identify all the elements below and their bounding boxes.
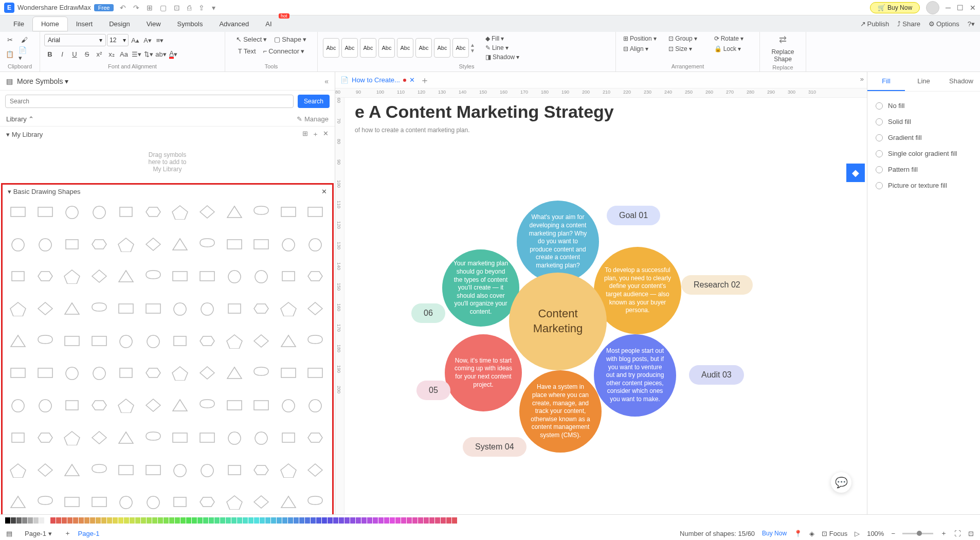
shape-item[interactable] (34, 461, 57, 479)
fill-button[interactable]: ◆ Fill▾ (482, 34, 522, 43)
color-swatch[interactable] (446, 517, 451, 524)
shape-item[interactable] (61, 461, 83, 479)
open-icon[interactable]: ▢ (160, 4, 167, 12)
more-symbols-header[interactable]: ▤More Symbols▾« (0, 72, 335, 91)
shape-item[interactable] (61, 267, 83, 285)
fullscreen-icon[interactable]: ⊡ (968, 530, 974, 537)
style-2[interactable]: Abc (341, 38, 358, 58)
help-chat-icon[interactable]: 💬 (831, 472, 851, 493)
color-swatch[interactable] (282, 517, 287, 524)
shape-item[interactable] (223, 396, 246, 415)
new-icon[interactable]: ⊞ (147, 4, 153, 12)
shape-item[interactable] (34, 332, 57, 350)
color-swatch[interactable] (214, 517, 220, 524)
shape-item[interactable] (61, 299, 83, 318)
shape-item[interactable] (196, 203, 219, 221)
shape-item[interactable] (277, 396, 300, 415)
shape-item[interactable] (115, 493, 137, 511)
style-8[interactable]: Abc (452, 38, 469, 58)
color-swatch[interactable] (158, 517, 163, 524)
cut-icon[interactable]: ✂ (4, 34, 15, 45)
rtab-line[interactable]: Line (905, 72, 942, 91)
shape-item[interactable] (7, 332, 29, 350)
shape-item[interactable] (196, 299, 219, 318)
shape-item[interactable] (169, 203, 191, 221)
shape-item[interactable] (277, 428, 300, 447)
shape-item[interactable] (169, 396, 191, 415)
shape-item[interactable] (34, 203, 57, 221)
color-swatch[interactable] (84, 517, 89, 524)
color-swatch[interactable] (277, 517, 282, 524)
shadow-button[interactable]: ◨ Shadow▾ (482, 52, 522, 62)
tag-goal[interactable]: Goal 01 (607, 206, 660, 225)
shape-item[interactable] (169, 428, 191, 447)
shape-item[interactable] (304, 235, 326, 254)
shape-tool[interactable]: ▢ Shape▾ (271, 34, 310, 45)
shape-item[interactable] (115, 235, 137, 254)
shape-item[interactable] (223, 364, 246, 382)
buy-now-button[interactable]: 🛒Buy Now (870, 2, 920, 13)
add-tab-icon[interactable]: ＋ (420, 74, 429, 86)
color-swatch[interactable] (11, 517, 16, 524)
buy-now-footer[interactable]: Buy Now (762, 530, 787, 537)
shape-item[interactable] (223, 461, 246, 479)
menu-symbols[interactable]: Symbols (169, 17, 211, 31)
shape-item[interactable] (169, 235, 191, 254)
color-swatch[interactable] (186, 517, 191, 524)
italic-icon[interactable]: I (57, 48, 68, 60)
shape-item[interactable] (169, 493, 191, 511)
shape-item[interactable] (277, 461, 300, 479)
style-6[interactable]: Abc (415, 38, 432, 58)
shape-item[interactable] (196, 267, 219, 285)
color-swatch[interactable] (294, 517, 299, 524)
color-swatch[interactable] (5, 517, 10, 524)
share-button[interactable]: ⤴ Share (897, 20, 920, 28)
bubble-goal[interactable]: What's your aim for developing a content… (517, 201, 599, 283)
shape-item[interactable] (196, 396, 219, 415)
shape-item[interactable] (169, 364, 191, 382)
color-swatch[interactable] (401, 517, 406, 524)
add-page-icon[interactable]: ＋ (64, 529, 71, 538)
zoom-in-icon[interactable]: ＋ (940, 529, 947, 538)
shape-item[interactable] (196, 235, 219, 254)
increase-font-icon[interactable]: A▴ (130, 34, 141, 46)
color-swatch[interactable] (22, 517, 27, 524)
shape-item[interactable] (142, 493, 165, 511)
shape-item[interactable] (34, 364, 57, 382)
underline-icon[interactable]: U (69, 48, 80, 60)
shape-item[interactable] (7, 203, 29, 221)
manage-button[interactable]: ✎ Manage (297, 115, 329, 123)
color-swatch[interactable] (118, 517, 123, 524)
color-swatch[interactable] (90, 517, 95, 524)
shape-item[interactable] (61, 332, 83, 350)
bubble-ideas[interactable]: Now, it's time to start coming up with i… (445, 334, 522, 411)
color-swatch[interactable] (260, 517, 265, 524)
tag-06[interactable]: 06 (411, 303, 445, 323)
shape-item[interactable] (61, 396, 83, 415)
shape-item[interactable] (142, 332, 165, 350)
export-icon[interactable]: ⇪ (198, 4, 205, 12)
shape-item[interactable] (34, 493, 57, 511)
size-button[interactable]: ⊡ Size▾ (665, 44, 710, 53)
publish-button[interactable]: ↗ Publish (860, 20, 890, 28)
shape-item[interactable] (223, 332, 246, 350)
style-4[interactable]: Abc (378, 38, 395, 58)
color-swatch[interactable] (356, 517, 361, 524)
color-swatch[interactable] (96, 517, 101, 524)
color-swatch[interactable] (169, 517, 174, 524)
shape-item[interactable] (304, 299, 326, 318)
superscript-icon[interactable]: x² (94, 48, 105, 60)
shape-item[interactable] (196, 364, 219, 382)
shape-item[interactable] (196, 332, 219, 350)
connector-tool[interactable]: ⌐ Connector▾ (260, 46, 308, 57)
list-icon[interactable]: ☰▾ (131, 48, 142, 60)
align-button[interactable]: ⊟ Align▾ (620, 44, 664, 53)
color-swatch[interactable] (73, 517, 78, 524)
bubble-plan[interactable]: Your marketing plan should go beyond the… (442, 249, 519, 327)
pin-icon[interactable]: 📍 (794, 530, 802, 537)
library-header[interactable]: Library ⌃ ✎ Manage (0, 112, 335, 127)
shape-item[interactable] (88, 364, 111, 382)
line-button[interactable]: ✎ Line▾ (482, 43, 522, 52)
shape-item[interactable] (115, 364, 137, 382)
shape-item[interactable] (223, 428, 246, 447)
